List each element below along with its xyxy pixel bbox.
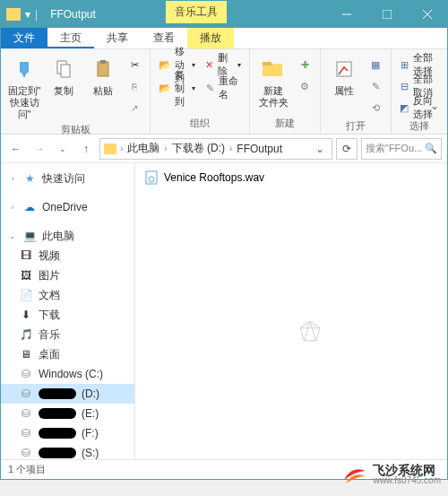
select-none-icon: ⊟ [400,79,409,93]
redacted-text [39,428,76,439]
desktop-icon: 🖥 [19,347,33,361]
new-item-button[interactable]: ✚ [295,55,314,74]
sidebar-item-onedrive[interactable]: ›☁OneDrive [1,197,134,217]
cloud-icon: ☁ [22,200,37,214]
ribbon-tabs: 文件 主页 共享 查看 播放 [1,28,447,49]
rename-icon: ✎ [204,81,215,95]
breadcrumb-sep-icon[interactable]: › [120,144,123,153]
contextual-tab-music[interactable]: 音乐工具 [166,1,227,23]
maximize-button[interactable] [366,1,407,28]
copy-path-button[interactable]: ⎘ [125,76,144,96]
breadcrumb[interactable]: › 此电脑 › 下载卷 (D:) › FFOutput ⌄ [99,138,332,160]
sidebar-item-c-drive[interactable]: ⛁Windows (C:) [1,364,134,384]
list-item[interactable]: Venice Rooftops.wav [141,169,442,187]
sidebar-item-d-drive[interactable]: ⛁(D:) [1,384,134,404]
watermark-url: www.fs0745.com [373,476,441,485]
group-label-open: 打开 [326,117,385,136]
minimize-button[interactable] [326,1,366,28]
chevron-right-icon[interactable]: › [8,203,17,212]
svg-rect-8 [98,62,108,76]
tab-play[interactable]: 播放 [187,28,234,48]
qat-separator: | [35,8,38,21]
group-label-select: 选择 [397,117,442,136]
redacted-text [39,448,76,458]
group-label-organize: 组织 [156,115,244,134]
sidebar-item-videos[interactable]: 🎞视频 [1,246,134,265]
history-button[interactable]: ⟲ [366,98,385,117]
copy-to-icon: 📂 [159,81,171,95]
sidebar-item-s-drive[interactable]: ⛁(S:) [1,443,134,459]
tab-home[interactable]: 主页 [47,28,94,48]
svg-marker-15 [300,321,320,341]
pin-button[interactable]: 固定到" 快速访问" [6,55,42,121]
search-input[interactable]: 搜索"FFOu... 🔍 [361,138,442,160]
collapse-ribbon-button[interactable]: ⌄ [426,100,444,112]
file-list[interactable]: Venice Rooftops.wav [135,163,447,459]
copy-button[interactable]: 复制 [46,55,82,97]
drive-icon: ⛁ [19,367,33,381]
qat-dropdown-icon[interactable]: ▾ [24,7,31,22]
folder-icon [104,144,116,154]
monitor-icon: 💻 [22,229,37,243]
paste-shortcut-button[interactable]: ↗ [125,98,144,117]
breadcrumb-seg-folder[interactable]: FFOutput [234,143,285,155]
sidebar-item-e-drive[interactable]: ⛁(E:) [1,404,134,423]
drive-icon: ⛁ [19,426,33,440]
cut-button[interactable]: ✂ [125,55,144,74]
easy-access-button[interactable]: ⚙ [295,76,314,96]
new-folder-button[interactable]: 新建 文件夹 [255,55,291,109]
svg-rect-4 [20,62,29,73]
group-label-clipboard: 剪贴板 [6,121,144,140]
breadcrumb-sep-icon[interactable]: › [229,144,232,153]
titlebar: ▾ | FFOutput 音乐工具 [1,1,447,28]
svg-rect-7 [61,65,70,77]
edit-icon: ✎ [368,79,383,93]
sidebar-item-quick-access[interactable]: ›★快速访问 [1,169,134,188]
music-icon: 🎵 [19,327,33,342]
content-area: ›★快速访问 ›☁OneDrive ⌄💻此电脑 🎞视频 🖼图片 📄文档 ⬇下载 … [1,163,447,459]
edit-button[interactable]: ✎ [366,76,385,96]
rename-button[interactable]: ✎重命名 [202,78,244,98]
sidebar-item-f-drive[interactable]: ⛁(F:) [1,423,134,443]
redacted-text [39,388,76,399]
close-button[interactable] [407,1,447,28]
svg-rect-9 [100,60,106,64]
copy-icon [49,55,78,83]
open-button[interactable]: ▦ [366,55,385,74]
window-title: FFOutput [50,8,96,21]
sidebar-item-documents[interactable]: 📄文档 [1,285,134,305]
video-icon: 🎞 [19,248,33,263]
select-all-icon: ⊞ [400,57,409,72]
sidebar-item-pictures[interactable]: 🖼图片 [1,265,134,285]
document-icon: 📄 [19,288,33,302]
tab-share[interactable]: 共享 [94,28,141,48]
refresh-button[interactable]: ⟳ [336,138,358,160]
logo-icon [342,462,367,487]
breadcrumb-seg-drive[interactable]: 下载卷 (D:) [169,141,228,156]
navigation-pane[interactable]: ›★快速访问 ›☁OneDrive ⌄💻此电脑 🎞视频 🖼图片 📄文档 ⬇下载 … [1,163,135,459]
sidebar-item-downloads[interactable]: ⬇下载 [1,305,134,325]
sidebar-item-music[interactable]: 🎵音乐 [1,325,134,344]
tab-file[interactable]: 文件 [1,28,47,48]
breadcrumb-sep-icon[interactable]: › [164,144,167,153]
chevron-right-icon[interactable]: › [8,174,17,183]
chevron-down-icon: ▾ [192,84,195,92]
select-all-button[interactable]: ⊞全部选择 [397,55,442,74]
copy-to-button[interactable]: 📂复制到▾ [156,78,198,98]
sidebar-item-desktop[interactable]: 🖥桌面 [1,344,134,364]
scissors-icon: ✂ [127,57,142,72]
breadcrumb-dropdown-icon[interactable]: ⌄ [312,143,328,155]
breadcrumb-seg-pc[interactable]: 此电脑 [125,141,162,156]
up-button[interactable]: ↑ [76,139,96,159]
back-button[interactable]: ← [6,139,26,159]
ribbon-group-select: ⊞全部选择 ⊟全部取消 ◩反向选择 选择 [392,49,447,134]
paste-icon [89,55,117,83]
properties-button[interactable]: 属性 [326,55,362,97]
sidebar-item-this-pc[interactable]: ⌄💻此电脑 [1,226,134,246]
delete-button[interactable]: ✕删除▾ [202,55,244,74]
chevron-down-icon[interactable]: ⌄ [8,231,17,240]
select-none-button[interactable]: ⊟全部取消 [397,76,442,96]
forward-button[interactable]: → [30,139,49,159]
recent-locations-button[interactable]: ⌄ [53,139,73,159]
paste-button[interactable]: 粘贴 [85,55,121,97]
